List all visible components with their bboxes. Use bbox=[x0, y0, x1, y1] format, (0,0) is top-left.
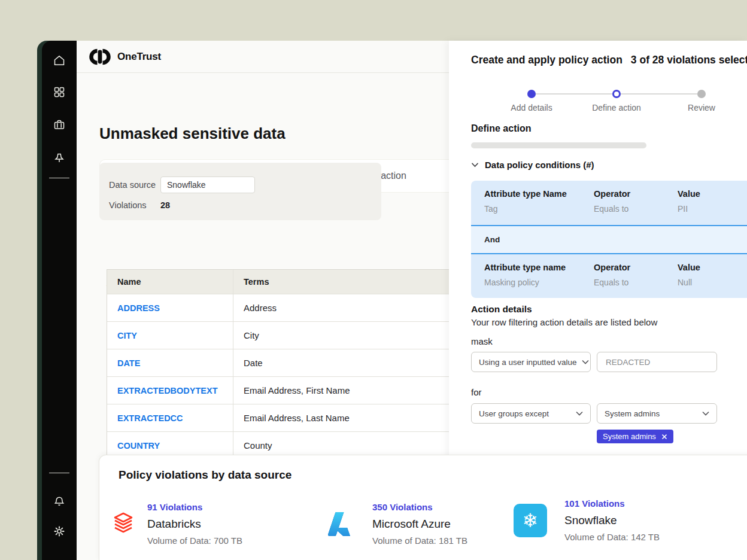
table-header-row: Name Terms bbox=[107, 270, 449, 294]
azure-logo-icon bbox=[327, 510, 354, 538]
bell-icon bbox=[53, 495, 66, 508]
condition-value: PII bbox=[678, 204, 747, 214]
chevron-down-icon bbox=[471, 162, 479, 168]
source-text: 101 Violations Snowflake Volume of Data:… bbox=[564, 496, 660, 545]
selection-count: 3 of 28 violations selected bbox=[631, 54, 747, 66]
conditions-accordion-toggle[interactable]: Data policy conditions (#) bbox=[471, 160, 594, 170]
apps-grid-icon bbox=[53, 86, 66, 99]
gear-icon bbox=[53, 525, 66, 538]
data-source-input[interactable] bbox=[160, 176, 255, 193]
step-label: Define action bbox=[575, 103, 658, 112]
condition-col-header: Attribute type name bbox=[484, 263, 594, 272]
summary-box: Data source Violations 28 bbox=[99, 163, 381, 220]
mask-label: mask bbox=[471, 336, 493, 346]
mask-method-dropdown[interactable]: Using a user inputted value bbox=[471, 352, 591, 372]
source-violations: 91 Violations bbox=[147, 500, 242, 515]
group-value-text: System admins bbox=[605, 409, 660, 418]
source-violations: 350 Violations bbox=[372, 500, 467, 515]
sidebar-item-apps[interactable] bbox=[48, 81, 70, 103]
source-volume: Volume of Data: 181 TB bbox=[372, 532, 467, 549]
table-row: EXTRACTEDBODYTEXT Email Address, First N… bbox=[107, 376, 449, 404]
condition-value: Equals to bbox=[594, 278, 678, 287]
close-icon[interactable] bbox=[661, 434, 667, 440]
group-method-dropdown[interactable]: User groups except bbox=[471, 403, 591, 424]
violation-terms: City bbox=[233, 322, 449, 349]
action-details-description: Your row filtering action details are li… bbox=[471, 317, 657, 327]
table-row: DATE Date bbox=[107, 349, 449, 376]
violation-terms: Date bbox=[233, 349, 449, 376]
violations-table: Name Terms ADDRESS Address CITY City DAT… bbox=[107, 269, 449, 459]
condition-value: Masking policy bbox=[484, 278, 594, 287]
mask-value-input[interactable] bbox=[597, 352, 717, 372]
table-row: CITY City bbox=[107, 321, 449, 349]
condition-connector: And bbox=[471, 226, 747, 253]
sidebar-item-notifications[interactable] bbox=[48, 491, 70, 512]
step-label: Review bbox=[660, 103, 743, 112]
topbar: OneTrust bbox=[77, 41, 449, 73]
step-dot-define-action[interactable] bbox=[612, 90, 621, 98]
condition-value: Equals to bbox=[594, 204, 678, 214]
violation-terms: Email Address, First Name bbox=[233, 377, 449, 404]
violation-terms: Email Address, Last Name bbox=[233, 404, 449, 431]
violation-name-link[interactable]: ADDRESS bbox=[107, 294, 233, 321]
stepper-line bbox=[536, 93, 612, 95]
selected-group-tag[interactable]: System admins bbox=[597, 430, 673, 443]
mask-method-value: Using a user inputted value bbox=[479, 358, 577, 367]
violation-name-link[interactable]: CITY bbox=[107, 322, 233, 349]
snowflake-logo-icon: ❄ bbox=[514, 504, 547, 537]
chevron-down-icon bbox=[702, 411, 709, 416]
violation-name-link[interactable]: DATE bbox=[107, 349, 233, 376]
source-name: Snowflake bbox=[564, 512, 660, 529]
source-name: Databricks bbox=[147, 515, 242, 532]
chevron-down-icon bbox=[582, 360, 589, 364]
tag-label: System admins bbox=[603, 432, 656, 441]
source-text: 91 Violations Databricks Volume of Data:… bbox=[147, 500, 242, 549]
violations-label: Violations bbox=[109, 200, 147, 210]
column-header-terms: Terms bbox=[233, 270, 449, 294]
briefcase-icon bbox=[53, 118, 66, 131]
condition-col-header: Attribute type Name bbox=[484, 189, 594, 199]
source-name: Microsoft Azure bbox=[372, 515, 467, 532]
sidebar-item-home[interactable] bbox=[48, 50, 70, 71]
table-row: ADDRESS Address bbox=[107, 294, 449, 321]
condition-col-header: Value bbox=[678, 189, 747, 199]
conditions-box: Attribute type Name Operator Value Tag E… bbox=[471, 181, 747, 298]
sidebar-item-workspace[interactable] bbox=[48, 114, 70, 135]
pushpin-icon bbox=[53, 152, 66, 165]
home-icon bbox=[53, 54, 66, 67]
step-dot-review[interactable] bbox=[697, 90, 706, 98]
source-item-azure[interactable]: 350 Violations Microsoft Azure Volume of… bbox=[327, 500, 467, 549]
screen: OneTrust Unmasked sensitive data Select … bbox=[0, 0, 747, 560]
define-action-heading: Define action bbox=[471, 123, 531, 134]
violation-terms: Address bbox=[233, 294, 449, 321]
sidebar-item-pinned[interactable] bbox=[48, 148, 70, 169]
stepper-line bbox=[621, 93, 697, 95]
condition-row: Attribute type Name Operator Value Tag E… bbox=[471, 181, 747, 225]
step-dot-add-details[interactable] bbox=[527, 90, 536, 98]
step-label: Add details bbox=[490, 103, 573, 112]
group-method-value: User groups except bbox=[479, 409, 549, 418]
sidebar-item-settings[interactable] bbox=[48, 521, 70, 542]
panel-title: Create and apply policy action3 of 28 vi… bbox=[471, 54, 747, 66]
for-label: for bbox=[471, 387, 482, 397]
data-source-label: Data source bbox=[109, 180, 156, 190]
source-item-snowflake[interactable]: ❄ 101 Violations Snowflake Volume of Dat… bbox=[514, 496, 660, 545]
violation-name-link[interactable]: EXTRACTEDBODYTEXT bbox=[107, 377, 233, 404]
sources-card-heading: Policy violations by data source bbox=[119, 468, 291, 482]
table-row: EXTRACTEDCC Email Address, Last Name bbox=[107, 404, 449, 431]
progress-bar bbox=[471, 142, 646, 148]
source-item-databricks[interactable]: 91 Violations Databricks Volume of Data:… bbox=[111, 500, 242, 549]
source-violations: 101 Violations bbox=[564, 496, 660, 512]
violation-name-link[interactable]: EXTRACTEDCC bbox=[107, 404, 233, 431]
condition-col-header: Operator bbox=[594, 189, 678, 199]
databricks-logo-icon bbox=[111, 511, 135, 537]
source-volume: Volume of Data: 700 TB bbox=[147, 532, 242, 549]
condition-col-header: Operator bbox=[594, 263, 678, 272]
source-volume: Volume of Data: 142 TB bbox=[564, 529, 660, 545]
condition-value: Null bbox=[678, 278, 747, 287]
condition-col-header: Value bbox=[678, 263, 747, 272]
panel-title-text: Create and apply policy action bbox=[471, 54, 622, 66]
sidebar-divider-bottom bbox=[49, 473, 69, 473]
onetrust-logo bbox=[89, 50, 111, 64]
group-value-dropdown[interactable]: System admins bbox=[597, 403, 717, 424]
